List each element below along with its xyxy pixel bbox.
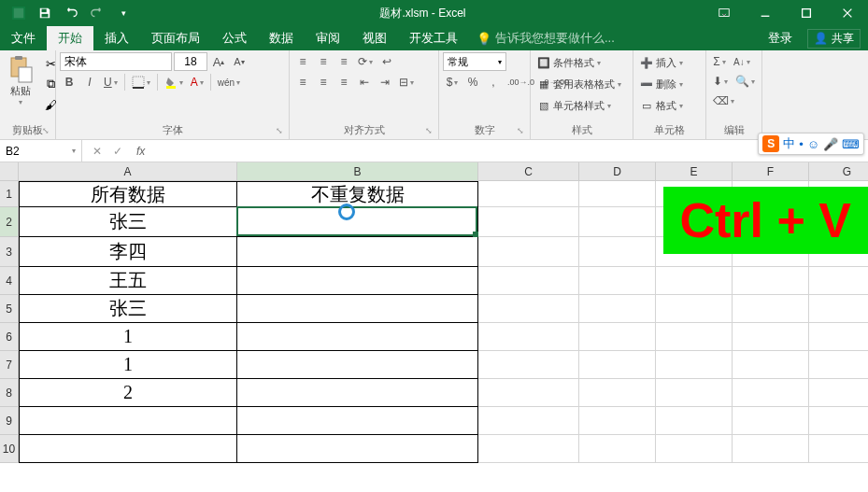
cell-E4[interactable]	[656, 267, 733, 295]
cell-D2[interactable]	[579, 207, 656, 237]
cell-G7[interactable]	[809, 351, 868, 379]
accounting-format-icon[interactable]: $	[443, 73, 462, 91]
row-header-5[interactable]: 5	[0, 295, 19, 323]
cell-D1[interactable]	[579, 181, 656, 207]
tab-page-layout[interactable]: 页面布局	[140, 26, 211, 50]
cell-C1[interactable]	[478, 181, 579, 207]
align-center-icon[interactable]: ≡	[314, 73, 333, 91]
col-header-F[interactable]: F	[733, 162, 809, 181]
tab-formulas[interactable]: 公式	[211, 26, 258, 50]
cell-E10[interactable]	[656, 435, 733, 463]
paste-button[interactable]: 粘贴 ▾	[4, 52, 37, 108]
cell-C6[interactable]	[478, 323, 579, 351]
cell-A7[interactable]: 1	[19, 351, 237, 379]
cell-A2[interactable]: 张三	[19, 207, 237, 237]
cell-B4[interactable]	[237, 267, 478, 295]
cell-B3[interactable]	[237, 237, 478, 267]
cell-F10[interactable]	[733, 435, 809, 463]
format-cells-button[interactable]: ▭格式▾	[637, 95, 686, 116]
cell-B5[interactable]	[237, 295, 478, 323]
cell-C2[interactable]	[478, 207, 579, 237]
minimize-icon[interactable]	[745, 0, 786, 26]
cell-D6[interactable]	[579, 323, 656, 351]
cell-D10[interactable]	[579, 435, 656, 463]
ime-lang-indicator[interactable]: 中	[783, 135, 795, 152]
cell-G8[interactable]	[809, 379, 868, 407]
maximize-icon[interactable]	[786, 0, 827, 26]
cell-D4[interactable]	[579, 267, 656, 295]
cell-C8[interactable]	[478, 379, 579, 407]
cell-A5[interactable]: 张三	[19, 295, 237, 323]
comma-format-icon[interactable]: ,	[484, 73, 503, 91]
row-header-8[interactable]: 8	[0, 379, 19, 407]
phonetic-button[interactable]: wén	[215, 73, 243, 91]
align-middle-icon[interactable]: ≡	[314, 52, 333, 71]
align-top-icon[interactable]: ≡	[293, 52, 312, 71]
cell-A9[interactable]	[19, 407, 237, 435]
formula-input[interactable]	[149, 145, 851, 158]
cell-C3[interactable]	[478, 237, 579, 267]
cell-C4[interactable]	[478, 267, 579, 295]
decrease-indent-icon[interactable]: ⇤	[355, 73, 374, 91]
cell-B7[interactable]	[237, 351, 478, 379]
tab-file[interactable]: 文件	[0, 26, 47, 50]
col-header-G[interactable]: G	[809, 162, 868, 181]
cell-F8[interactable]	[733, 379, 809, 407]
italic-button[interactable]: I	[80, 73, 99, 91]
cell-G10[interactable]	[809, 435, 868, 463]
cell-B2[interactable]	[237, 207, 478, 237]
cell-G4[interactable]	[809, 267, 868, 295]
name-box[interactable]: B2 ▾	[0, 140, 82, 162]
cell-B6[interactable]	[237, 323, 478, 351]
tab-insert[interactable]: 插入	[93, 26, 140, 50]
row-header-7[interactable]: 7	[0, 351, 19, 379]
border-button[interactable]	[129, 73, 153, 91]
clear-icon[interactable]: ⌫	[710, 91, 737, 110]
col-header-E[interactable]: E	[656, 162, 733, 181]
cell-B1[interactable]: 不重复数据	[237, 181, 478, 207]
cell-A3[interactable]: 李四	[19, 237, 237, 267]
row-header-10[interactable]: 10	[0, 435, 19, 463]
col-header-A[interactable]: A	[19, 162, 237, 181]
format-as-table-button[interactable]: ▦套用表格格式▾	[534, 74, 624, 94]
increase-font-icon[interactable]: A▴	[209, 52, 228, 71]
row-headers[interactable]: 12345678910	[0, 181, 19, 463]
ime-toolbar[interactable]: S 中 • ☺ 🎤 ⌨	[758, 133, 864, 155]
column-headers[interactable]: ABCDEFG	[19, 162, 868, 181]
delete-cells-button[interactable]: ➖删除▾	[637, 74, 686, 94]
clipboard-launcher-icon[interactable]: ⤡	[40, 126, 51, 137]
cell-E9[interactable]	[656, 407, 733, 435]
cell-A6[interactable]: 1	[19, 323, 237, 351]
tab-home[interactable]: 开始	[47, 26, 93, 50]
ime-mic-icon[interactable]: 🎤	[823, 137, 838, 151]
col-header-B[interactable]: B	[237, 162, 478, 181]
cell-D3[interactable]	[579, 237, 656, 267]
cell-D9[interactable]	[579, 407, 656, 435]
cell-E5[interactable]	[656, 295, 733, 323]
cell-E6[interactable]	[656, 323, 733, 351]
cell-A4[interactable]: 王五	[19, 267, 237, 295]
cell-B10[interactable]	[237, 435, 478, 463]
cell-A10[interactable]	[19, 435, 237, 463]
sogou-logo-icon[interactable]: S	[762, 135, 779, 152]
save-icon[interactable]	[34, 2, 56, 24]
row-header-3[interactable]: 3	[0, 237, 19, 267]
ime-punct-indicator[interactable]: •	[799, 137, 804, 151]
merge-center-icon[interactable]: ⊟	[396, 73, 417, 91]
col-header-D[interactable]: D	[579, 162, 656, 181]
cell-A1[interactable]: 所有数据	[19, 181, 237, 207]
number-launcher-icon[interactable]: ⤡	[515, 126, 526, 137]
cell-B9[interactable]	[237, 407, 478, 435]
wrap-text-icon[interactable]: ↩	[377, 52, 396, 71]
tell-me-box[interactable]: 💡 告诉我您想要做什么...	[469, 30, 622, 47]
fx-icon[interactable]: fx	[133, 145, 149, 158]
cell-G9[interactable]	[809, 407, 868, 435]
tab-data[interactable]: 数据	[258, 26, 305, 50]
alignment-launcher-icon[interactable]: ⤡	[423, 126, 434, 137]
enter-formula-icon[interactable]: ✓	[108, 145, 127, 158]
find-icon[interactable]: 🔍	[733, 72, 758, 91]
bold-button[interactable]: B	[60, 73, 78, 91]
cell-F9[interactable]	[733, 407, 809, 435]
share-button[interactable]: 👤 共享	[807, 29, 861, 49]
row-header-1[interactable]: 1	[0, 181, 19, 207]
